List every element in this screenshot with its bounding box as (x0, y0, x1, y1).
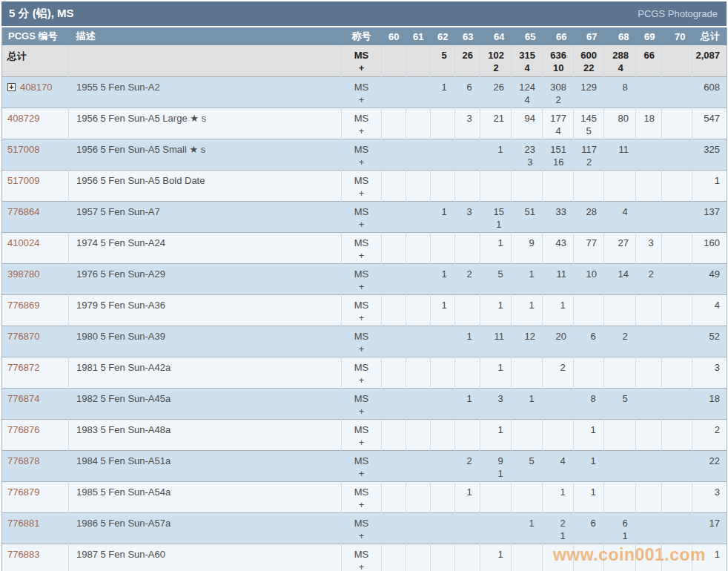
grade-cell-61 (406, 263, 431, 294)
grade-cell-61 (406, 388, 431, 419)
grade-cell-60 (382, 294, 406, 326)
grade-cell-66 (543, 544, 574, 571)
grade-cell-68 (604, 481, 636, 512)
coin-description: 1982 5 Fen Sun-A45a (69, 388, 342, 419)
header-description: 描述 (69, 27, 342, 45)
table-row: 7768781984 5 Fen Sun-A51aMS+29154122 (2, 450, 727, 481)
pcgs-number-link[interactable]: 776883 (7, 549, 39, 560)
grade-cell-63: 1 (455, 388, 480, 419)
grade-cell-68 (604, 294, 636, 326)
grade-cell-67: 8 (574, 388, 604, 419)
header-grade-68: 68 (604, 27, 636, 45)
grade-cell-68: 5 (604, 388, 636, 419)
table-row: 5170091956 5 Fen Sun-A5 Bold DateMS+1 (2, 170, 727, 201)
grade-cell-60 (382, 419, 406, 450)
grade-cell-70 (662, 450, 692, 481)
grade-cell-60 (382, 388, 406, 419)
expand-plus-icon[interactable]: + (7, 83, 16, 91)
grade-cell-70 (662, 512, 692, 544)
grade-cell-65: 94 (512, 108, 543, 139)
pcgs-number-cell: 776879 (2, 481, 69, 512)
coin-description: 1979 5 Fen Sun-A36 (69, 294, 342, 326)
grade-cell-63 (455, 357, 480, 388)
header-grade-70: 70 (662, 27, 692, 45)
grade-cell-64: 1 (480, 139, 512, 170)
pcgs-number-link[interactable]: 398780 (7, 268, 39, 280)
table-row: 7768721981 5 Fen Sun-A42aMS+123 (2, 357, 727, 388)
pcgs-number-link[interactable]: 408170 (20, 82, 52, 93)
pcgs-number-link[interactable]: 776878 (7, 455, 39, 466)
row-total: 137 (692, 201, 727, 232)
grade-cell-69 (636, 512, 662, 544)
pcgs-number-link[interactable]: 517009 (7, 175, 39, 186)
pcgs-photograde-link[interactable]: PCGS Photograde (638, 8, 718, 19)
row-total: 325 (692, 139, 727, 170)
pcgs-number-link[interactable]: 776879 (7, 486, 39, 498)
designation-cell: MS+ (342, 263, 382, 294)
grade-cell-69 (636, 76, 662, 108)
designation-cell: MS+ (342, 450, 382, 481)
grade-cell-69: 18 (636, 108, 662, 139)
grade-cell-70 (662, 419, 692, 450)
coin-description (69, 45, 342, 76)
grade-cell-62 (431, 232, 455, 263)
pcgs-number-link[interactable]: 776872 (7, 362, 39, 373)
table-row: 7768761983 5 Fen Sun-A48aMS+112 (2, 419, 727, 450)
grade-cell-68: 11 (604, 139, 636, 170)
grade-cell-64: 3 (480, 388, 512, 419)
grade-cell-67: 1455 (574, 108, 604, 139)
pcgs-number-link[interactable]: 776876 (7, 424, 39, 435)
grade-cell-69 (636, 357, 662, 388)
grade-cell-67: 6 (574, 326, 604, 357)
coin-description: 1983 5 Fen Sun-A48a (69, 419, 342, 450)
row-total: 4 (692, 294, 727, 326)
pcgs-number-link[interactable]: 410024 (7, 237, 39, 248)
coin-description: 1955 5 Fen Sun-A2 (69, 76, 342, 108)
pcgs-number-link[interactable]: 776869 (7, 300, 39, 311)
grade-cell-60 (382, 232, 406, 263)
header-designation: 称号 (342, 27, 382, 45)
designation-cell: MS+ (342, 108, 382, 139)
grade-cell-66: 20 (543, 326, 574, 357)
grade-cell-70 (662, 294, 692, 326)
grade-cell-65 (512, 357, 543, 388)
designation-cell: MS+ (342, 232, 382, 263)
grade-cell-66: 2 (543, 357, 574, 388)
pcgs-number-cell: 776878 (2, 450, 69, 481)
pcgs-number-link[interactable]: 776864 (7, 206, 39, 217)
pcgs-number-link[interactable]: 776881 (7, 518, 39, 529)
grade-cell-70 (662, 481, 692, 512)
row-total: 608 (692, 76, 727, 108)
grade-cell-68: 2884 (604, 45, 636, 76)
pcgs-number-link[interactable]: 776874 (7, 393, 39, 404)
grade-cell-69: 2 (636, 263, 662, 294)
table-row: 5170081956 5 Fen Sun-A5 Small ★ sMS+1233… (2, 139, 727, 170)
pcgs-number-link[interactable]: 517008 (7, 144, 39, 155)
grade-cell-60 (382, 263, 406, 294)
grade-cell-60 (382, 326, 406, 357)
grade-cell-69 (636, 326, 662, 357)
header-grade-65: 65 (512, 27, 543, 45)
grade-cell-60 (382, 450, 406, 481)
grade-cell-63 (455, 294, 480, 326)
totals-label-cell: 总计 (2, 45, 69, 76)
grade-cell-61 (406, 76, 431, 108)
row-total: 160 (692, 232, 727, 263)
pcgs-number-link[interactable]: 776870 (7, 331, 39, 342)
pcgs-number-cell: 776876 (2, 419, 69, 450)
grade-cell-66: 15116 (543, 139, 574, 170)
pcgs-number-cell: +408170 (2, 76, 69, 108)
grade-cell-68: 8 (604, 76, 636, 108)
grade-cell-61 (406, 294, 431, 326)
grade-cell-70 (662, 544, 692, 571)
table-row: 7768811986 5 Fen Sun-A57aMS+12166117 (2, 512, 727, 544)
pcgs-number-link[interactable]: 408729 (7, 113, 39, 124)
grade-cell-67 (574, 544, 604, 571)
grade-cell-61 (406, 481, 431, 512)
grade-cell-64: 1 (480, 544, 512, 571)
grade-cell-63: 2 (455, 263, 480, 294)
pcgs-number-cell: 410024 (2, 232, 69, 263)
designation-cell: MS+ (342, 357, 382, 388)
header-grade-62: 62 (431, 27, 455, 45)
grade-cell-61 (406, 201, 431, 232)
